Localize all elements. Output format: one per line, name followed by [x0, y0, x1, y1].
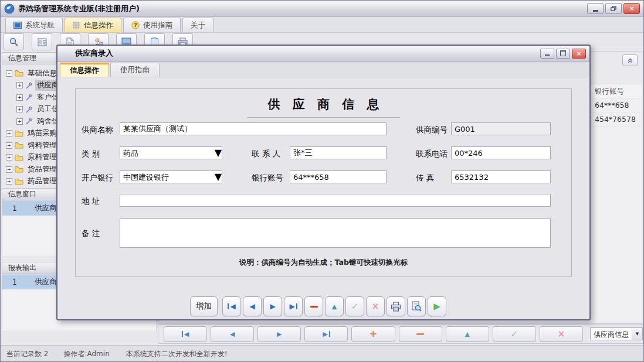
- delete-icon: [416, 333, 424, 335]
- first-record-button[interactable]: ◀: [222, 296, 241, 316]
- dialog-title-bar: 供应商录入 ×: [57, 46, 589, 62]
- fax-label: 传 真: [416, 173, 434, 183]
- address-input[interactable]: [120, 194, 551, 207]
- supplier-entry-dialog: 供应商录入 × 信息操作 使用指南 供 应 商 信 息 供商名称 供商编号 类: [56, 45, 591, 320]
- cell-bank-account: 454*76578: [595, 112, 636, 126]
- last-record-button[interactable]: ▶: [304, 326, 348, 342]
- first-icon: ◀: [184, 331, 189, 337]
- last-record-button[interactable]: ▶: [284, 296, 303, 316]
- row-index: 1: [2, 204, 27, 213]
- cancel-button[interactable]: ×: [540, 326, 583, 342]
- bank-account-input[interactable]: [290, 170, 387, 183]
- column-header-bank-account[interactable]: 银行账号: [595, 84, 624, 98]
- delete-record-button[interactable]: [399, 326, 442, 342]
- tab-system-nav[interactable]: 系统导航: [5, 18, 63, 32]
- dialog-title: 供应商录入: [75, 48, 113, 59]
- restore-button[interactable]: [605, 3, 622, 14]
- dialog-button-bar: 增加 ◀ ◀ ▶ ▶ ▲ ✓: [190, 296, 446, 316]
- tab-label: 关于: [191, 21, 205, 30]
- expand-expander-icon[interactable]: +: [16, 82, 23, 88]
- confirm-button[interactable]: ✓: [345, 296, 364, 316]
- tab-about[interactable]: 关于: [182, 18, 213, 32]
- tab-label: 系统导航: [25, 21, 55, 30]
- minimize-button[interactable]: [587, 3, 604, 14]
- category-label: 类 别: [82, 149, 100, 159]
- first-icon: [182, 331, 183, 337]
- edit-record-button[interactable]: ▲: [325, 296, 344, 316]
- grid-icon: [73, 22, 80, 29]
- row-label: 供应商: [35, 203, 57, 213]
- next-icon: ▶: [277, 331, 282, 337]
- tree-item-label: 饲料管理: [26, 140, 59, 151]
- tab-user-guide[interactable]: ? 使用指南: [123, 18, 181, 32]
- svg-text:?: ?: [134, 22, 137, 28]
- expand-expander-icon[interactable]: +: [16, 118, 23, 125]
- expand-expander-icon[interactable]: +: [6, 166, 12, 173]
- add-button[interactable]: 增加: [190, 296, 218, 316]
- contact-input[interactable]: [290, 146, 387, 159]
- collapse-expander-icon[interactable]: -: [6, 70, 12, 77]
- remark-textarea[interactable]: [120, 218, 551, 248]
- confirm-button[interactable]: ✓: [493, 326, 536, 342]
- navigation-icon: [13, 22, 22, 29]
- next-record-button[interactable]: ▶: [257, 326, 301, 342]
- previous-record-button[interactable]: ◀: [243, 296, 262, 316]
- search-button[interactable]: [4, 33, 24, 50]
- dialog-maximize-button[interactable]: [556, 49, 570, 59]
- add-record-button[interactable]: +: [351, 326, 395, 342]
- selected-table: 供应商信息: [591, 328, 632, 340]
- dialog-minimize-button[interactable]: [540, 49, 554, 59]
- folder-icon: [15, 154, 23, 161]
- bank-select[interactable]: 中国建设银行 ▼: [120, 170, 222, 183]
- expand-expander-icon[interactable]: +: [6, 154, 12, 160]
- expand-expander-icon[interactable]: +: [6, 142, 12, 149]
- cancel-icon: ×: [372, 302, 379, 311]
- print-button[interactable]: [387, 296, 405, 316]
- tool-icon: [25, 94, 33, 101]
- dialog-tab-user-guide[interactable]: 使用指南: [110, 63, 160, 77]
- expand-expander-icon[interactable]: +: [6, 178, 12, 185]
- tree-item-label: 货品管理: [26, 164, 59, 175]
- record-navigator-bar: ◀ ◀ ▶ ▶ + ▲ ✓ × 供应商信息 ▼: [158, 324, 643, 344]
- collapse-panel-button[interactable]: [622, 54, 638, 66]
- print-preview-button[interactable]: [407, 296, 426, 316]
- cancel-button[interactable]: ×: [366, 296, 385, 316]
- tab-info-operation[interactable]: 信息操作: [65, 18, 121, 32]
- edit-record-button[interactable]: ▲: [446, 326, 489, 342]
- run-icon: ▶: [433, 302, 440, 311]
- expand-expander-icon[interactable]: +: [6, 130, 12, 136]
- supplier-name-input[interactable]: [120, 122, 387, 135]
- previous-record-button[interactable]: ◀: [211, 326, 254, 342]
- next-record-button[interactable]: ▶: [263, 296, 282, 316]
- table-selector-dropdown[interactable]: 供应商信息 ▼: [590, 327, 643, 340]
- delete-record-button[interactable]: [304, 296, 323, 316]
- dialog-tab-info-operation[interactable]: 信息操作: [60, 63, 109, 77]
- window-controls: ×: [587, 3, 640, 14]
- edit-icon: ▲: [332, 303, 337, 310]
- title-bar: 养鸡场管理系统专业版(非注册用户) ×: [1, 1, 643, 17]
- fax-input[interactable]: [451, 170, 551, 183]
- phone-input[interactable]: [451, 146, 551, 159]
- main-tab-bar: 系统导航 信息操作 ? 使用指南 关于: [1, 17, 643, 33]
- form-view-button[interactable]: [32, 33, 52, 50]
- bank-account-label: 银行账号: [252, 173, 283, 183]
- dialog-close-button[interactable]: ×: [572, 49, 586, 59]
- chevron-down-icon: ▼: [215, 171, 222, 183]
- supplier-code-label: 供商编号: [416, 125, 448, 135]
- category-value: 药品: [120, 147, 215, 159]
- operator: 操作者:Admin: [63, 349, 109, 359]
- last-icon: [296, 303, 297, 309]
- confirm-icon: ✓: [511, 330, 518, 339]
- category-select[interactable]: 药品 ▼: [120, 146, 222, 159]
- supplier-form-groupbox: 供 应 商 信 息 供商名称 供商编号 类 别 药品 ▼ 联 系 人 联系电话 …: [75, 88, 572, 277]
- execute-button[interactable]: ▶: [428, 296, 446, 316]
- form-note: 说明：供商编号为自动生成；Tab键可快速切换光标: [76, 258, 571, 268]
- first-record-button[interactable]: ◀: [164, 326, 207, 342]
- close-icon: ×: [629, 5, 634, 12]
- expand-expander-icon[interactable]: +: [16, 94, 23, 101]
- expand-expander-icon[interactable]: +: [16, 106, 23, 112]
- chevron-down-icon: ▼: [215, 147, 222, 159]
- supplier-code-input[interactable]: [451, 122, 551, 135]
- last-icon: ▶: [289, 303, 294, 310]
- close-button[interactable]: ×: [623, 3, 640, 14]
